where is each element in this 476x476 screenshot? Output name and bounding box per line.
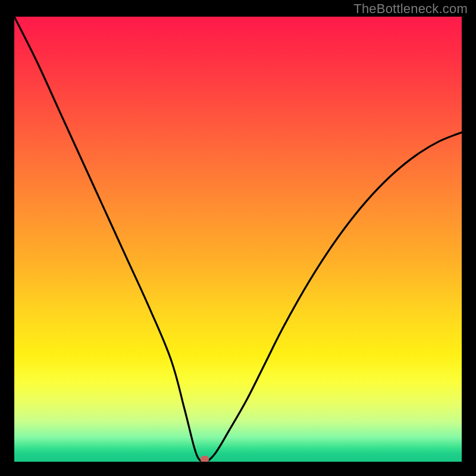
watermark-text: TheBottleneck.com bbox=[353, 1, 468, 17]
plot-area bbox=[14, 17, 462, 462]
bottleneck-curve bbox=[14, 17, 462, 462]
curve-minimum-marker bbox=[201, 456, 209, 462]
chart-container: TheBottleneck.com bbox=[0, 0, 476, 476]
